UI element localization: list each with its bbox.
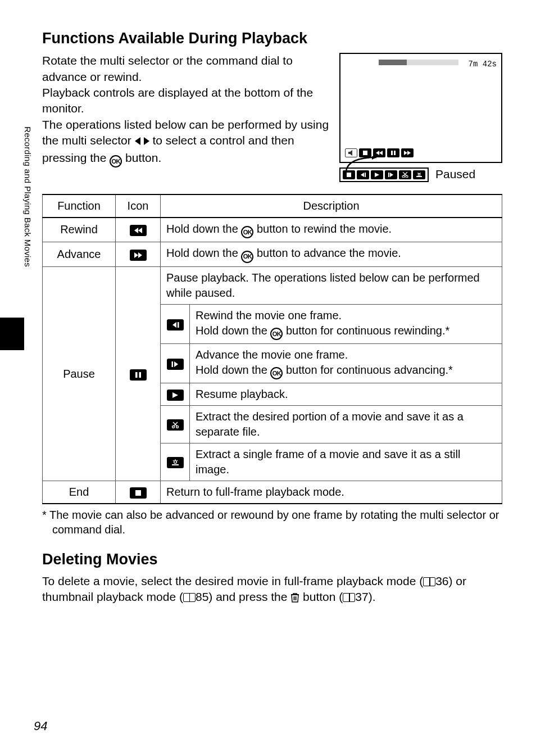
row-advance: Advance Hold down the OK button to advan… [43,242,502,266]
intro-text: Rotate the multi selector or the command… [42,53,329,182]
svg-rect-31 [178,322,179,328]
svg-marker-0 [135,137,140,145]
svg-line-44 [176,460,178,461]
advance-icon [130,250,147,261]
icon-pause [116,266,161,481]
desc-still: Extract a single frame of a movie and sa… [190,443,502,481]
left-right-icon [135,134,149,150]
page-number: 94 [34,719,47,734]
svg-rect-32 [171,361,173,367]
side-tab-label: Recording and Playing Back Movies [23,126,33,267]
svg-rect-8 [394,151,396,155]
svg-point-36 [176,425,178,428]
desc-rewind: Hold down the OK button to rewind the mo… [161,218,502,242]
intro-p1: Rotate the multi selector or the command… [42,53,329,85]
book-icon [183,593,196,602]
play-icon [167,390,184,401]
time-remaining: 7m 42s [469,59,497,70]
svg-marker-25 [138,228,142,233]
side-tab: Recording and Playing Back Movies [24,126,35,320]
desc-resume: Resume playback. [190,383,502,406]
svg-line-43 [173,460,174,461]
desc-pause-top: Pause playback. The operations listed be… [161,266,502,304]
ok-icon: OK [270,328,283,340]
row-end: End Return to full-frame playback mode. [43,481,502,504]
desc-advance: Hold down the OK button to advance the m… [161,242,502,266]
heading-functions: Functions Available During Playback [42,28,502,48]
svg-marker-1 [144,137,149,145]
svg-point-35 [172,425,174,428]
deleting-paragraph: To delete a movie, select the desired mo… [42,573,502,607]
fn-end: End [43,481,116,504]
playback-functions-table: Function Icon Description Rewind Hold do… [42,194,502,505]
ok-icon: OK [110,155,122,168]
side-tab-marker [0,318,24,350]
desc-end: Return to full-frame playback mode. [161,481,502,504]
svg-point-41 [174,461,176,464]
intro-p2: Playback controls are displayed at the b… [42,85,329,117]
icon-scissors [161,406,190,443]
scissors-icon [167,419,184,431]
book-icon [343,593,355,602]
frame-back-icon [167,319,184,331]
intro-p3: The operations listed below can be perfo… [42,117,329,168]
book-icon [423,577,435,586]
header-icon: Icon [116,194,161,218]
callout-arrow [343,156,410,173]
footnote: * The movie can also be advanced or rewo… [42,508,502,537]
frame-fwd-icon [167,359,184,370]
svg-rect-2 [348,152,350,154]
page-content: Functions Available During Playback Rota… [42,28,502,607]
rewind-icon [130,225,147,236]
progress-bar [379,60,458,65]
svg-marker-27 [138,252,142,258]
svg-marker-9 [404,151,407,155]
svg-marker-24 [134,228,138,233]
svg-marker-30 [172,322,176,328]
save-still-icon [413,170,425,179]
svg-rect-4 [363,151,367,155]
svg-rect-29 [139,372,141,378]
svg-marker-34 [172,392,178,398]
fn-pause: Pause [43,266,116,481]
trash-icon [290,591,299,606]
desc-extract: Extract the desired portion of a movie a… [190,406,502,443]
playback-screen-illustration: 7m 42s [339,53,502,163]
svg-rect-28 [135,372,138,378]
fn-rewind: Rewind [43,218,116,242]
svg-marker-6 [379,151,383,155]
icon-frame-back [161,304,190,343]
header-function: Function [43,194,116,218]
desc-frame-fwd: Advance the movie one frame. Hold down t… [190,344,502,383]
icon-stop [116,481,161,504]
icon-save-still [161,443,190,481]
svg-rect-7 [391,151,393,155]
row-rewind: Rewind Hold down the OK button to rewind… [43,218,502,242]
svg-marker-5 [376,151,379,155]
svg-marker-3 [350,150,352,156]
icon-advance [116,242,161,266]
svg-rect-45 [135,490,141,496]
svg-marker-33 [174,361,178,367]
fn-advance: Advance [43,242,116,266]
ok-icon: OK [241,226,253,238]
table-header-row: Function Icon Description [43,194,502,218]
ok-icon: OK [270,367,283,379]
save-still-icon [167,457,184,468]
heading-deleting: Deleting Movies [42,549,502,569]
svg-marker-10 [407,151,411,155]
desc-frame-back: Rewind the movie one frame. Hold down th… [190,304,502,343]
row-pause-header: Pause Pause playback. The operations lis… [43,266,502,304]
paused-label: Paused [435,166,475,182]
svg-rect-40 [172,464,179,465]
ok-icon: OK [241,251,253,263]
pause-icon [130,369,147,381]
svg-marker-26 [134,252,138,258]
screen-illustrations: 7m 42s Paus [339,53,502,182]
stop-icon [130,487,147,499]
intro-p3c: button. [122,151,161,164]
icon-rewind [116,218,161,242]
progress-fill [379,60,407,65]
header-description: Description [161,194,502,218]
icon-frame-fwd [161,344,190,383]
